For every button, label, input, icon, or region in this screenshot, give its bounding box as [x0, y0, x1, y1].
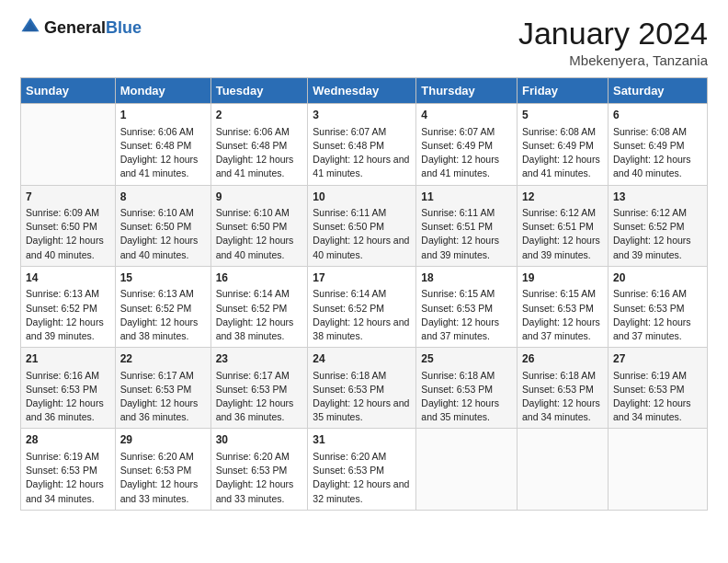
col-header-sunday: Sunday	[21, 78, 116, 104]
day-number: 28	[26, 432, 110, 448]
calendar-cell: 29Sunrise: 6:20 AMSunset: 6:53 PMDayligh…	[115, 429, 210, 510]
calendar-cell: 26Sunrise: 6:18 AMSunset: 6:53 PMDayligh…	[518, 348, 609, 429]
day-info: Sunrise: 6:07 AMSunset: 6:48 PMDaylight:…	[313, 125, 411, 181]
calendar-cell: 30Sunrise: 6:20 AMSunset: 6:53 PMDayligh…	[210, 429, 308, 510]
day-number: 4	[421, 108, 512, 123]
day-number: 27	[613, 351, 702, 367]
logo-general-text: General	[44, 19, 106, 38]
calendar-cell: 22Sunrise: 6:17 AMSunset: 6:53 PMDayligh…	[115, 348, 210, 429]
day-number: 26	[522, 351, 603, 367]
day-number: 20	[613, 270, 702, 286]
calendar-cell: 18Sunrise: 6:15 AMSunset: 6:53 PMDayligh…	[416, 266, 518, 347]
col-header-tuesday: Tuesday	[210, 78, 308, 104]
day-info: Sunrise: 6:13 AMSunset: 6:52 PMDaylight:…	[26, 287, 110, 343]
day-number: 23	[216, 351, 303, 367]
header-row: SundayMondayTuesdayWednesdayThursdayFrid…	[21, 78, 708, 104]
calendar-cell: 8Sunrise: 6:10 AMSunset: 6:50 PMDaylight…	[115, 185, 210, 266]
day-number: 13	[613, 190, 702, 205]
day-info: Sunrise: 6:09 AMSunset: 6:50 PMDaylight:…	[26, 206, 110, 262]
header: General Blue January 2024 Mbekenyera, Ta…	[20, 17, 708, 68]
calendar-cell: 31Sunrise: 6:20 AMSunset: 6:53 PMDayligh…	[308, 429, 416, 510]
day-info: Sunrise: 6:16 AMSunset: 6:53 PMDaylight:…	[613, 287, 702, 343]
col-header-saturday: Saturday	[608, 78, 707, 104]
calendar-cell: 9Sunrise: 6:10 AMSunset: 6:50 PMDaylight…	[210, 185, 308, 266]
day-number: 24	[313, 351, 411, 367]
day-info: Sunrise: 6:20 AMSunset: 6:53 PMDaylight:…	[120, 450, 206, 506]
page: General Blue January 2024 Mbekenyera, Ta…	[0, 0, 728, 563]
week-row-2: 7Sunrise: 6:09 AMSunset: 6:50 PMDaylight…	[21, 185, 708, 266]
day-number: 6	[613, 108, 702, 123]
day-info: Sunrise: 6:14 AMSunset: 6:52 PMDaylight:…	[313, 287, 411, 343]
day-info: Sunrise: 6:18 AMSunset: 6:53 PMDaylight:…	[421, 369, 512, 425]
subtitle: Mbekenyera, Tanzania	[518, 52, 708, 68]
calendar-cell: 27Sunrise: 6:19 AMSunset: 6:53 PMDayligh…	[608, 348, 707, 429]
calendar-cell: 23Sunrise: 6:17 AMSunset: 6:53 PMDayligh…	[210, 348, 308, 429]
day-number: 18	[421, 270, 512, 286]
day-info: Sunrise: 6:15 AMSunset: 6:53 PMDaylight:…	[522, 287, 603, 343]
calendar-cell: 25Sunrise: 6:18 AMSunset: 6:53 PMDayligh…	[416, 348, 518, 429]
calendar-cell	[416, 429, 518, 510]
calendar-cell: 24Sunrise: 6:18 AMSunset: 6:53 PMDayligh…	[308, 348, 416, 429]
day-number: 17	[313, 270, 411, 286]
main-title: January 2024	[518, 17, 708, 51]
day-number: 10	[313, 190, 411, 205]
day-info: Sunrise: 6:14 AMSunset: 6:52 PMDaylight:…	[216, 287, 303, 343]
logo: General Blue	[20, 17, 142, 40]
calendar-cell: 5Sunrise: 6:08 AMSunset: 6:49 PMDaylight…	[518, 104, 609, 185]
day-info: Sunrise: 6:20 AMSunset: 6:53 PMDaylight:…	[216, 450, 303, 506]
calendar-cell: 15Sunrise: 6:13 AMSunset: 6:52 PMDayligh…	[115, 266, 210, 347]
calendar-cell: 20Sunrise: 6:16 AMSunset: 6:53 PMDayligh…	[608, 266, 707, 347]
day-info: Sunrise: 6:06 AMSunset: 6:48 PMDaylight:…	[120, 125, 206, 181]
day-info: Sunrise: 6:12 AMSunset: 6:52 PMDaylight:…	[613, 206, 702, 262]
calendar-cell: 4Sunrise: 6:07 AMSunset: 6:49 PMDaylight…	[416, 104, 518, 185]
day-number: 15	[120, 270, 206, 286]
day-number: 19	[522, 270, 603, 286]
day-info: Sunrise: 6:08 AMSunset: 6:49 PMDaylight:…	[613, 125, 702, 181]
day-info: Sunrise: 6:12 AMSunset: 6:51 PMDaylight:…	[522, 206, 603, 262]
calendar-cell	[21, 104, 116, 185]
day-info: Sunrise: 6:10 AMSunset: 6:50 PMDaylight:…	[216, 206, 303, 262]
day-info: Sunrise: 6:07 AMSunset: 6:49 PMDaylight:…	[421, 125, 512, 181]
calendar-cell: 1Sunrise: 6:06 AMSunset: 6:48 PMDaylight…	[115, 104, 210, 185]
calendar-cell: 28Sunrise: 6:19 AMSunset: 6:53 PMDayligh…	[21, 429, 116, 510]
calendar-cell	[608, 429, 707, 510]
calendar-cell: 13Sunrise: 6:12 AMSunset: 6:52 PMDayligh…	[608, 185, 707, 266]
day-number: 21	[26, 351, 110, 367]
day-info: Sunrise: 6:19 AMSunset: 6:53 PMDaylight:…	[613, 369, 702, 425]
day-info: Sunrise: 6:15 AMSunset: 6:53 PMDaylight:…	[421, 287, 512, 343]
calendar-cell: 3Sunrise: 6:07 AMSunset: 6:48 PMDaylight…	[308, 104, 416, 185]
day-number: 25	[421, 351, 512, 367]
logo-blue-text: Blue	[106, 19, 142, 38]
title-block: January 2024 Mbekenyera, Tanzania	[518, 17, 708, 68]
calendar-cell: 11Sunrise: 6:11 AMSunset: 6:51 PMDayligh…	[416, 185, 518, 266]
calendar-cell: 12Sunrise: 6:12 AMSunset: 6:51 PMDayligh…	[518, 185, 609, 266]
day-info: Sunrise: 6:06 AMSunset: 6:48 PMDaylight:…	[216, 125, 303, 181]
day-info: Sunrise: 6:18 AMSunset: 6:53 PMDaylight:…	[313, 369, 411, 425]
col-header-wednesday: Wednesday	[308, 78, 416, 104]
day-number: 9	[216, 190, 303, 205]
day-number: 8	[120, 190, 206, 205]
calendar-cell: 14Sunrise: 6:13 AMSunset: 6:52 PMDayligh…	[21, 266, 116, 347]
calendar-cell	[518, 429, 609, 510]
day-info: Sunrise: 6:19 AMSunset: 6:53 PMDaylight:…	[26, 450, 110, 506]
day-number: 12	[522, 190, 603, 205]
calendar-cell: 19Sunrise: 6:15 AMSunset: 6:53 PMDayligh…	[518, 266, 609, 347]
day-info: Sunrise: 6:17 AMSunset: 6:53 PMDaylight:…	[216, 369, 303, 425]
col-header-monday: Monday	[115, 78, 210, 104]
day-info: Sunrise: 6:11 AMSunset: 6:50 PMDaylight:…	[313, 206, 411, 262]
day-info: Sunrise: 6:08 AMSunset: 6:49 PMDaylight:…	[522, 125, 603, 181]
calendar-cell: 10Sunrise: 6:11 AMSunset: 6:50 PMDayligh…	[308, 185, 416, 266]
day-info: Sunrise: 6:10 AMSunset: 6:50 PMDaylight:…	[120, 206, 206, 262]
day-info: Sunrise: 6:16 AMSunset: 6:53 PMDaylight:…	[26, 369, 110, 425]
calendar-table: SundayMondayTuesdayWednesdayThursdayFrid…	[20, 77, 708, 510]
day-number: 31	[313, 432, 411, 448]
day-info: Sunrise: 6:13 AMSunset: 6:52 PMDaylight:…	[120, 287, 206, 343]
col-header-thursday: Thursday	[416, 78, 518, 104]
calendar-cell: 2Sunrise: 6:06 AMSunset: 6:48 PMDaylight…	[210, 104, 308, 185]
day-info: Sunrise: 6:17 AMSunset: 6:53 PMDaylight:…	[120, 369, 206, 425]
col-header-friday: Friday	[518, 78, 609, 104]
logo-icon	[20, 17, 40, 37]
calendar-cell: 17Sunrise: 6:14 AMSunset: 6:52 PMDayligh…	[308, 266, 416, 347]
day-number: 16	[216, 270, 303, 286]
week-row-3: 14Sunrise: 6:13 AMSunset: 6:52 PMDayligh…	[21, 266, 708, 347]
